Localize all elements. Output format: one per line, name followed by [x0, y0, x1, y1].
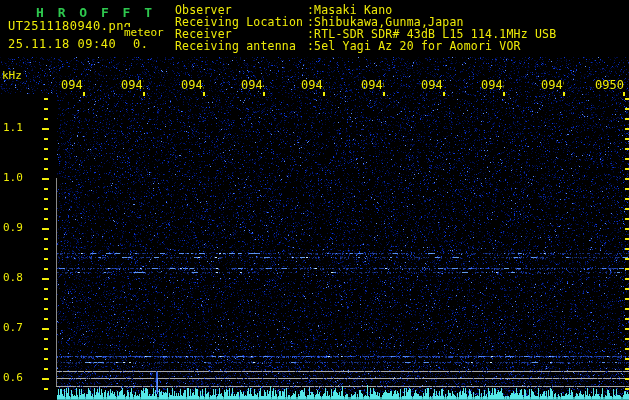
info-value-antenna: :5el Yagi Az 20 for Aomori VOR: [307, 40, 521, 52]
y-tick-label-0.8: 0.8: [3, 272, 23, 284]
x-tick-label-0942: 0942: [121, 79, 144, 92]
y-tick-label-0.7: 0.7: [3, 322, 23, 334]
echo-counter: 0.: [133, 38, 148, 51]
x-tick-label-0941: 0941: [61, 79, 84, 92]
y-tick-label-1.1: 1.1: [3, 122, 23, 134]
y-tick-label-0.9: 0.9: [3, 222, 23, 234]
info-label-antenna: Receiving antenna: [175, 40, 296, 52]
x-tick-label-0947: 0947: [421, 79, 444, 92]
y-axis-unit-label: kHz: [2, 70, 22, 82]
x-tick-label-0944: 0944: [241, 79, 264, 92]
x-tick-label-0943: 0943: [181, 79, 204, 92]
y-tick-label-0.6: 0.6: [3, 372, 23, 384]
spectrogram-canvas: [0, 0, 629, 400]
x-tick-label-0950: 0950: [595, 79, 627, 92]
x-tick-label-0946: 0946: [361, 79, 384, 92]
x-tick-label-0949: 0949: [541, 79, 564, 92]
date-time: 25.11.18 09:40: [8, 38, 116, 51]
x-tick-label-0945: 0945: [301, 79, 324, 92]
x-tick-label-0948: 0948: [481, 79, 504, 92]
app-title: H R O F F T: [36, 5, 155, 20]
y-tick-label-1.0: 1.0: [3, 172, 23, 184]
output-filename: UT2511180940.png: [8, 20, 132, 33]
hrofft-window: H R O F F T UT2511180940.png meteor 25.1…: [0, 0, 629, 400]
